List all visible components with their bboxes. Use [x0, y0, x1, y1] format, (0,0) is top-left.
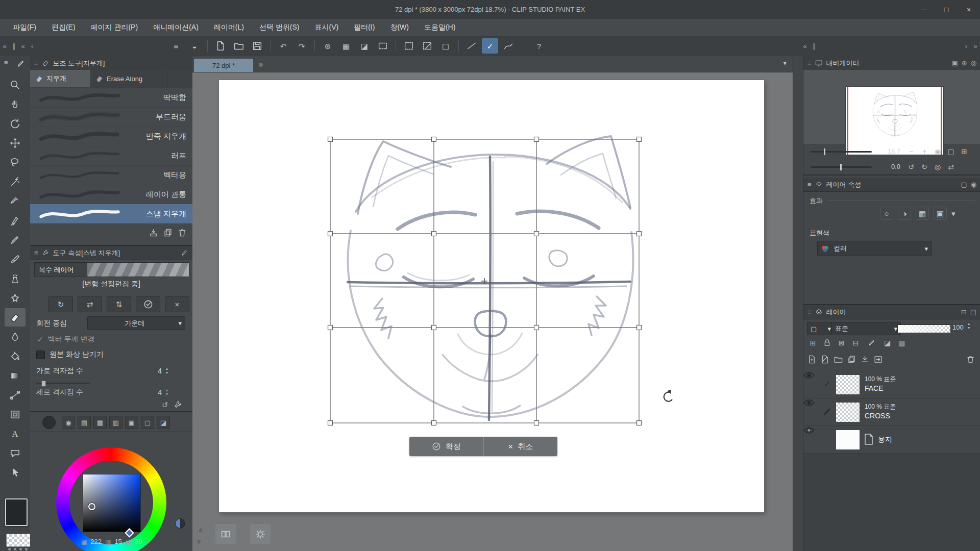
eye-icon[interactable]: [803, 399, 815, 407]
keep-original-checkbox-row[interactable]: 원본 화상 남기기: [36, 350, 104, 359]
tab-list-chevron-icon[interactable]: ▾: [783, 60, 787, 66]
set-draft-icon[interactable]: [864, 339, 879, 347]
maximize-button[interactable]: □: [935, 0, 958, 19]
zoom-in-icon[interactable]: +: [918, 145, 931, 158]
tool-property-menu-icon[interactable]: ≡: [34, 249, 38, 256]
undo-button[interactable]: ↶: [275, 38, 291, 54]
dock-grip-icon[interactable]: ∥: [9, 43, 18, 49]
lock-transparent-icon[interactable]: ⊠: [836, 339, 847, 346]
text-tool-button[interactable]: A: [5, 424, 26, 443]
layer-panel-menu-icon[interactable]: ≡: [807, 309, 812, 315]
menu-page-manage[interactable]: 페이지 관리(P): [83, 19, 146, 36]
rotate-ccw-icon[interactable]: ↺: [904, 161, 918, 173]
grid-v-stepper[interactable]: ▴ ▾: [166, 388, 168, 396]
menu-animation[interactable]: 애니메이션(A): [145, 19, 206, 36]
dock-collapse2-icon[interactable]: «: [18, 43, 28, 49]
minimize-button[interactable]: ─: [913, 0, 935, 19]
navigator-view[interactable]: [803, 70, 980, 144]
brush-item-rough[interactable]: 러프: [30, 146, 192, 166]
brush-item-kneaded[interactable]: 반죽 지우개: [30, 127, 192, 146]
subtool-panel-menu-icon[interactable]: ≡: [34, 60, 38, 66]
move-layer-tool-button[interactable]: [5, 134, 26, 152]
effect-border-icon[interactable]: ○: [880, 207, 893, 220]
val-value[interactable]: 39: [135, 538, 142, 545]
color-mode-circle-button[interactable]: [175, 518, 185, 529]
layer-panel-list-icon[interactable]: ▤: [970, 309, 976, 315]
duplicate-layer-icon[interactable]: [847, 355, 856, 364]
flip-horizontal-button[interactable]: ⇄: [78, 296, 102, 312]
zoom-tool-button[interactable]: [5, 76, 26, 94]
cancel-transform-button[interactable]: ×: [165, 296, 189, 312]
hue-value[interactable]: 222: [90, 538, 102, 545]
layer-property-pin-icon[interactable]: ▢: [961, 181, 967, 188]
clip-at-layer-icon[interactable]: ⊞: [807, 339, 819, 346]
ruler-range-icon[interactable]: ▦: [896, 339, 908, 346]
layer-thumbnail[interactable]: [836, 375, 860, 394]
canvas-settings-button[interactable]: [250, 524, 271, 544]
delete-layer-trash-icon[interactable]: [966, 355, 975, 364]
figure-tool-button[interactable]: [5, 386, 26, 404]
fit-window-icon[interactable]: ⊞: [958, 145, 971, 158]
zoom-out-icon[interactable]: −: [904, 145, 918, 158]
decoration-tool-button[interactable]: [5, 289, 26, 307]
rotate-cw-icon[interactable]: ↻: [918, 161, 931, 173]
delete-button[interactable]: ⊛: [320, 38, 336, 54]
select-rect-button[interactable]: [401, 38, 417, 54]
tool-strip-menu-icon[interactable]: ≡: [4, 59, 8, 66]
subtool-tab-erase-along[interactable]: Erase Along: [90, 70, 167, 87]
confirm-button[interactable]: 확정: [409, 437, 484, 456]
fill-command-button[interactable]: ▦: [338, 38, 354, 54]
quick-icon-2[interactable]: ▤: [78, 416, 91, 429]
zoom-value[interactable]: 18.7: [878, 147, 900, 155]
rotate-handle-button[interactable]: ↻: [48, 296, 73, 312]
dock-arrow-icon[interactable]: ‹: [28, 43, 37, 49]
transfer-layer-icon[interactable]: [873, 355, 883, 364]
balloon-tool-button[interactable]: [5, 444, 26, 462]
menu-view[interactable]: 표시(V): [307, 19, 346, 36]
main-color-swatch[interactable]: [5, 498, 28, 526]
rotate-canvas-tool-button[interactable]: [5, 114, 26, 133]
layer-thumbnail[interactable]: [836, 403, 860, 422]
quick-icon-6[interactable]: ▢: [141, 416, 154, 429]
deselect-button[interactable]: [419, 38, 435, 54]
navigator-info-icon[interactable]: ◎: [971, 60, 976, 66]
new-vector-layer-icon[interactable]: [820, 355, 830, 364]
import-subtool-icon[interactable]: [149, 228, 159, 238]
quick-icon-1[interactable]: ◉: [62, 416, 75, 429]
save-button[interactable]: [249, 38, 265, 54]
rotation-center-dropdown[interactable]: 가운데 ▾: [87, 316, 185, 330]
effect-halftone-icon[interactable]: ▦: [916, 207, 929, 220]
reset-rotation-icon[interactable]: ◎: [931, 161, 944, 173]
hand-tool-button[interactable]: [5, 95, 26, 113]
blend-tool-button[interactable]: [5, 328, 26, 346]
menu-filter[interactable]: 필터(I): [346, 19, 382, 36]
quick-icon-3[interactable]: ▦: [93, 416, 107, 429]
new-document-button[interactable]: [212, 38, 229, 54]
quick-icon-4[interactable]: ▥: [109, 416, 122, 429]
sv-cursor[interactable]: [88, 503, 95, 510]
zoom-slider-thumb[interactable]: [824, 148, 825, 155]
apply-transform-button[interactable]: [136, 296, 160, 312]
airbrush-tool-button[interactable]: [5, 269, 26, 288]
right-dock-grip-icon[interactable]: ∥: [810, 43, 819, 49]
palette-color-combo[interactable]: ▢ ▾: [807, 322, 835, 335]
opacity-value[interactable]: 100: [952, 323, 964, 331]
pencil-tool-button[interactable]: [5, 231, 26, 249]
navigator-menu-icon[interactable]: ≡: [807, 60, 812, 66]
scale-rotate-button[interactable]: ◪: [356, 38, 373, 54]
fit-screen-icon[interactable]: ▢: [944, 145, 958, 158]
layer-property-menu-icon[interactable]: ≡: [807, 181, 812, 188]
quick-icon-5[interactable]: ▣: [125, 416, 138, 429]
opacity-stepper[interactable]: ▴ ▾: [968, 322, 970, 330]
layer-row-cross[interactable]: 100 % 표준 CROSS: [803, 399, 980, 426]
invert-selection-button[interactable]: ▢: [437, 38, 454, 54]
brush-item-layer-through[interactable]: 레이어 관통: [30, 185, 192, 205]
menu-selection[interactable]: 선택 범위(S): [252, 19, 307, 36]
tool-strip-edit-icon[interactable]: [16, 59, 26, 68]
color-picker-mode-icon[interactable]: ◑: [146, 538, 150, 545]
snap-special-ruler-button[interactable]: ✓: [482, 38, 498, 54]
wrench-icon[interactable]: [174, 400, 183, 409]
layer-row-face[interactable]: ✓ 100 % 표준 FACE: [803, 371, 980, 398]
grid-v-value[interactable]: 4: [151, 388, 162, 396]
right-dock-expand2-icon[interactable]: »: [971, 43, 980, 49]
